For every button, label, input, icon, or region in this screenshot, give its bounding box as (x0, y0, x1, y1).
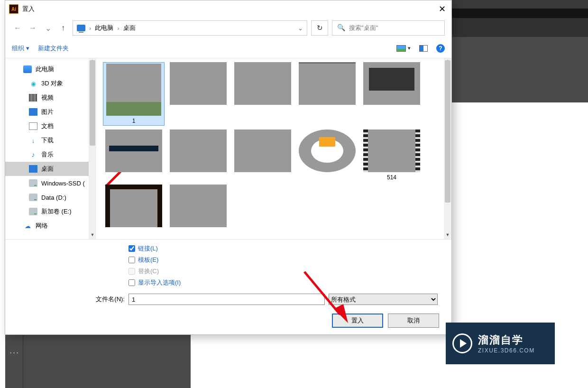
file-item[interactable]: 1 (103, 62, 165, 126)
file-item[interactable] (167, 185, 229, 227)
filename-label: 文件名(N): (17, 295, 125, 304)
file-item[interactable] (167, 62, 229, 126)
file-item[interactable] (296, 129, 358, 181)
new-folder-button[interactable]: 新建文件夹 (38, 44, 69, 53)
scroll-thumb[interactable] (445, 60, 450, 203)
file-item[interactable] (361, 62, 423, 126)
sidebar-item-label: 3D 对象 (41, 79, 63, 88)
sidebar: 此电脑◉3D 对象视频图片文档↓下载♪音乐桌面Windows-SSD (Data… (5, 58, 89, 239)
sidebar-scrollbar[interactable]: ▲▼ (89, 58, 96, 239)
sidebar-item-vid[interactable]: 视频 (5, 91, 89, 105)
file-thumbnail (299, 62, 356, 105)
nav-back-button[interactable]: ← (12, 22, 23, 34)
sidebar-item-drive[interactable]: 新加卷 (E:) (5, 204, 89, 219)
dialog-title: 置入 (22, 5, 35, 13)
nav-recent-dropdown[interactable]: ⌄ (42, 22, 54, 34)
breadcrumb-dropdown-icon[interactable]: ⌄ (298, 25, 303, 32)
file-item[interactable] (232, 62, 294, 126)
dialog-toolbar: 组织 ▾ 新建文件夹 ▾ ? (5, 38, 451, 58)
file-thumbnail (170, 185, 227, 227)
checkbox-show-import-options[interactable]: 显示导入选项(I) (129, 278, 440, 287)
nav-forward-button[interactable]: → (27, 22, 38, 34)
sidebar-item-label: Data (D:) (41, 194, 66, 201)
file-item[interactable] (167, 129, 229, 181)
search-placeholder: 搜索"桌面" (349, 24, 378, 32)
filetype-select[interactable]: 所有格式 (329, 294, 438, 305)
filepane-scrollbar[interactable]: ▲▼ (444, 58, 451, 239)
cube-icon: ◉ (29, 80, 37, 87)
file-thumbnail (234, 62, 291, 105)
sidebar-item-dl[interactable]: ↓下载 (5, 133, 89, 148)
checkbox-template[interactable]: 模板(E) (129, 256, 440, 264)
organize-button[interactable]: 组织 ▾ (12, 44, 29, 53)
file-item[interactable] (232, 129, 294, 181)
scroll-thumb[interactable] (90, 60, 95, 146)
place-dialog: Ai 置入 ✕ ← → ⌄ ↑ › 此电脑 › 桌面 ⌄ ↻ 🔍 搜索"桌面" … (5, 0, 452, 335)
sidebar-item-label: 图片 (41, 108, 54, 116)
sidebar-item-pc[interactable]: 此电脑 (5, 62, 89, 76)
sidebar-item-label: 桌面 (41, 165, 54, 173)
place-button[interactable]: 置入 (332, 314, 383, 328)
view-mode-button[interactable]: ▾ (396, 45, 411, 52)
file-thumbnail (170, 129, 227, 172)
chevron-right-icon: › (89, 25, 91, 32)
sidebar-item-drive[interactable]: Windows-SSD ( (5, 176, 89, 190)
search-input[interactable]: 🔍 搜索"桌面" (332, 20, 445, 36)
chevron-right-icon: › (117, 25, 119, 32)
filename-input[interactable] (129, 294, 325, 305)
preview-pane-button[interactable] (419, 45, 428, 52)
sidebar-item-doc[interactable]: 文档 (5, 119, 89, 133)
breadcrumb-current[interactable]: 桌面 (123, 24, 136, 32)
sidebar-item-label: 音乐 (41, 150, 54, 159)
file-thumbnail (106, 64, 161, 116)
help-button[interactable]: ? (436, 44, 445, 53)
sidebar-item-cube[interactable]: ◉3D 对象 (5, 76, 89, 91)
titlebar: Ai 置入 ✕ (5, 0, 451, 18)
file-label: 514 (387, 172, 396, 181)
bottom-pane: 链接(L) 模板(E) 替换(C) 显示导入选项(I) 文件名(N): 所有格式… (5, 239, 451, 334)
file-item[interactable]: 514 (361, 129, 423, 181)
thumbnail-view-icon (396, 45, 406, 52)
img-icon (29, 108, 37, 116)
sidebar-item-label: 此电脑 (36, 65, 54, 74)
file-label: 1 (132, 116, 136, 124)
sidebar-item-label: Windows-SSD ( (41, 180, 85, 187)
refresh-button[interactable]: ↻ (311, 20, 328, 36)
sidebar-item-label: 下载 (41, 136, 54, 145)
watermark-title: 溜溜自学 (478, 333, 535, 347)
this-pc-icon (77, 25, 85, 31)
file-thumbnail (363, 62, 420, 105)
file-item[interactable] (103, 185, 165, 227)
close-button[interactable]: ✕ (437, 4, 448, 14)
sidebar-item-label: 网络 (36, 222, 48, 230)
ai-app-icon: Ai (9, 4, 18, 14)
sidebar-item-img[interactable]: 图片 (5, 105, 89, 119)
file-item[interactable] (296, 62, 358, 126)
sidebar-item-desk[interactable]: 桌面 (5, 162, 89, 176)
search-icon: 🔍 (337, 24, 345, 31)
sidebar-item-net[interactable]: ☁网络 (5, 219, 89, 233)
vid-icon (29, 94, 37, 102)
play-icon (452, 333, 472, 353)
checkbox-link[interactable]: 链接(L) (129, 244, 440, 253)
scroll-down-icon[interactable]: ▼ (444, 232, 451, 239)
dl-icon: ↓ (29, 137, 37, 144)
sidebar-item-drive[interactable]: Data (D:) (5, 190, 89, 204)
chevron-down-icon: ▾ (408, 45, 411, 51)
sidebar-item-mus[interactable]: ♪音乐 (5, 148, 89, 162)
sidebar-item-label: 视频 (41, 93, 54, 102)
cancel-button[interactable]: 取消 (388, 314, 439, 328)
file-thumbnail (170, 62, 227, 105)
checkbox-replace: 替换(C) (129, 267, 440, 276)
file-item[interactable] (103, 129, 165, 181)
watermark-subtitle: ZIXUE.3D66.COM (478, 347, 535, 354)
nav-up-button[interactable]: ↑ (57, 22, 69, 34)
file-thumbnail (105, 129, 162, 172)
sidebar-item-label: 文档 (41, 122, 54, 130)
scroll-down-icon[interactable]: ▼ (89, 232, 96, 239)
net-icon: ☁ (23, 222, 32, 230)
doc-icon (29, 122, 37, 130)
breadcrumb-root[interactable]: 此电脑 (95, 24, 113, 32)
drive-icon (29, 179, 37, 187)
breadcrumb[interactable]: › 此电脑 › 桌面 ⌄ (73, 20, 307, 36)
